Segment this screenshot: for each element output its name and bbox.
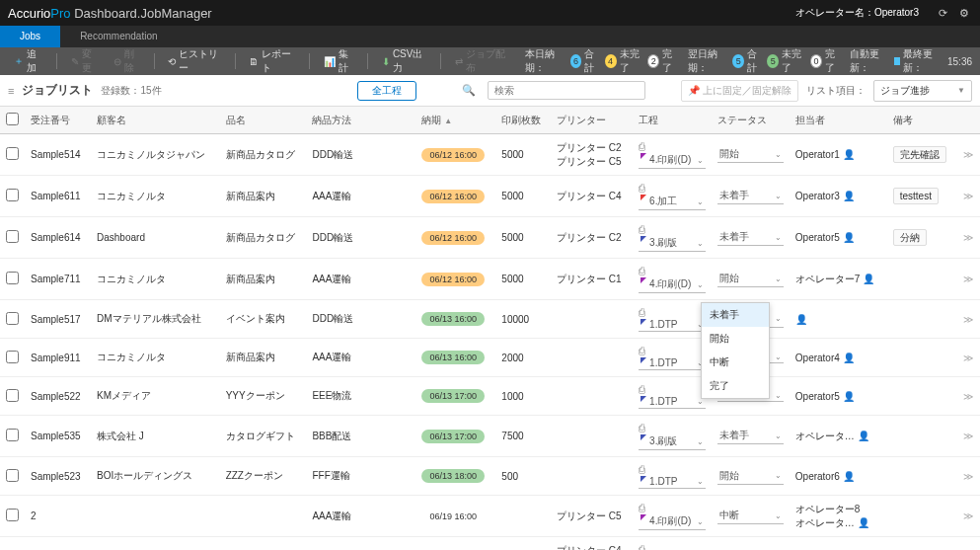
col-delivery[interactable]: 納品方法: [306, 107, 415, 134]
row-checkbox[interactable]: [6, 230, 19, 243]
cell-status[interactable]: 未着手⌄: [712, 176, 790, 217]
row-more[interactable]: ≫: [956, 377, 980, 416]
row-more[interactable]: ≫: [956, 537, 980, 551]
status-option[interactable]: 開始: [702, 327, 769, 351]
cell-assignee[interactable]: Operator3 👤: [790, 176, 887, 217]
status-option[interactable]: 中断: [702, 351, 769, 374]
table-row[interactable]: Sample614 Dashboard 新商品カタログ DDD輸送 06/12 …: [0, 217, 980, 259]
cell-note[interactable]: 分納: [887, 217, 957, 259]
cell-note[interactable]: [887, 537, 957, 551]
cell-status[interactable]: 中断⌄: [712, 496, 790, 537]
cell-status[interactable]: 未着手⌄: [712, 537, 790, 551]
cell-status[interactable]: 未着手⌄: [712, 416, 790, 457]
cell-note[interactable]: [887, 457, 957, 496]
row-more[interactable]: ≫: [956, 416, 980, 457]
row-more[interactable]: ≫: [956, 259, 980, 300]
csv-button[interactable]: ⬇CSV出力: [376, 47, 432, 75]
table-row[interactable]: 1 AAA運輸 06/20 16:00 プリンター C4プリンター C5 ⎙6.…: [0, 537, 980, 551]
cell-assignee[interactable]: 👤: [790, 300, 887, 339]
add-button[interactable]: ＋追加: [8, 47, 48, 75]
col-customer[interactable]: 顧客名: [91, 107, 220, 134]
row-checkbox[interactable]: [6, 189, 19, 201]
row-checkbox[interactable]: [6, 389, 19, 402]
cell-status[interactable]: 開始⌄: [712, 134, 790, 176]
col-assignee[interactable]: 担当者: [790, 107, 887, 134]
cell-note[interactable]: 完先確認: [887, 134, 957, 176]
col-status[interactable]: ステータス: [712, 107, 790, 134]
cell-assignee[interactable]: Operator6 👤: [790, 457, 887, 496]
cell-assignee[interactable]: オペレーター7 👤: [790, 259, 887, 300]
row-more[interactable]: ≫: [956, 134, 980, 176]
cell-status[interactable]: 開始⌄: [712, 259, 790, 300]
report-button[interactable]: 🗎レポート: [243, 47, 300, 75]
cell-assignee[interactable]: Operator5 👤: [790, 217, 887, 259]
cell-assignee[interactable]: Operator5 👤: [790, 377, 887, 416]
tab-jobs[interactable]: Jobs: [0, 26, 60, 47]
col-printer[interactable]: プリンター: [551, 107, 633, 134]
row-checkbox[interactable]: [6, 351, 19, 363]
col-note[interactable]: 備考: [887, 107, 957, 134]
row-more[interactable]: ≫: [956, 457, 980, 496]
listitem-select[interactable]: ジョブ進捗▼: [873, 80, 972, 102]
cell-status[interactable]: 開始⌄: [712, 457, 790, 496]
cell-assignee[interactable]: Operator1 👤: [790, 134, 887, 176]
cell-process[interactable]: ⎙1.DTP⌄: [633, 339, 711, 377]
cell-process[interactable]: ⎙6.加工⌄: [633, 176, 711, 217]
cell-status[interactable]: 未着手⌄: [712, 217, 790, 259]
table-row[interactable]: 2 AAA運輸 06/19 16:00 プリンター C5 ⎙4.印刷(D)⌄ 中…: [0, 496, 980, 537]
row-more[interactable]: ≫: [956, 496, 980, 537]
row-checkbox[interactable]: [6, 429, 19, 441]
col-copies[interactable]: 印刷枚数: [495, 107, 551, 134]
aggregate-button[interactable]: 📊集計: [318, 47, 359, 75]
cell-assignee[interactable]: 👤: [790, 537, 887, 551]
row-checkbox[interactable]: [6, 509, 19, 521]
cell-note[interactable]: testtest: [887, 176, 957, 217]
history-button[interactable]: ⟲ヒストリー: [162, 47, 226, 75]
delete-button[interactable]: ⊖削除: [108, 47, 146, 75]
col-product[interactable]: 品名: [220, 107, 307, 134]
search-input[interactable]: [488, 81, 645, 100]
cell-process[interactable]: ⎙3.刷版⌄: [633, 416, 711, 457]
cell-assignee[interactable]: Operator4 👤: [790, 339, 887, 377]
table-row[interactable]: Sample535 株式会社 J カタログギフト BBB配送 06/13 17:…: [0, 416, 980, 457]
cell-note[interactable]: [887, 416, 957, 457]
cell-note[interactable]: [887, 496, 957, 537]
cell-process[interactable]: ⎙4.印刷(D)⌄: [633, 496, 711, 537]
select-all-checkbox[interactable]: [6, 113, 19, 125]
table-row[interactable]: Sample711 コニカミノルタ 新商品案内 AAA運輸 06/12 16:0…: [0, 259, 980, 300]
table-row[interactable]: Sample911 コニカミノルタ 新商品案内 AAA運輸 06/13 16:0…: [0, 339, 980, 377]
table-row[interactable]: Sample611 コニカミノルタ 新商品案内 AAA運輸 06/12 16:0…: [0, 176, 980, 217]
cell-process[interactable]: ⎙4.印刷(D)⌄: [633, 259, 711, 300]
cell-note[interactable]: [887, 377, 957, 416]
row-checkbox[interactable]: [6, 469, 19, 482]
distribute-button[interactable]: ⇄ジョブ配布: [449, 47, 513, 75]
all-process-button[interactable]: 全工程: [357, 81, 416, 101]
row-checkbox[interactable]: [6, 312, 19, 325]
row-more[interactable]: ≫: [956, 300, 980, 339]
row-more[interactable]: ≫: [956, 339, 980, 377]
status-option[interactable]: 未着手: [702, 303, 769, 327]
cell-note[interactable]: [887, 259, 957, 300]
status-option[interactable]: 完了: [702, 374, 769, 398]
col-order[interactable]: 受注番号: [25, 107, 91, 134]
row-more[interactable]: ≫: [956, 217, 980, 259]
table-row[interactable]: Sample522 KMメディア YYYクーポン EEE物流 06/13 17:…: [0, 377, 980, 416]
cell-process[interactable]: ⎙1.DTP⌄: [633, 377, 711, 416]
table-row[interactable]: Sample517 DMマテリアル株式会社 イベント案内 DDD輸送 06/13…: [0, 300, 980, 339]
status-dropdown[interactable]: 未着手開始中断完了: [701, 302, 770, 399]
table-row[interactable]: Sample523 BOIホールディングス ZZZクーポン FFF運輸 06/1…: [0, 457, 980, 496]
row-checkbox[interactable]: [6, 272, 19, 284]
row-checkbox[interactable]: [6, 147, 19, 160]
table-row[interactable]: Sample514 コニカミノルタジャパン 新商品カタログ DDD輸送 06/1…: [0, 134, 980, 176]
col-process[interactable]: 工程: [633, 107, 711, 134]
cell-process[interactable]: ⎙1.DTP⌄: [633, 457, 711, 496]
cell-note[interactable]: [887, 339, 957, 377]
row-more[interactable]: ≫: [956, 176, 980, 217]
settings-icon[interactable]: ⚙: [956, 5, 972, 21]
cell-process[interactable]: ⎙1.DTP⌄: [633, 300, 711, 339]
cell-process[interactable]: ⎙3.刷版⌄: [633, 217, 711, 259]
pin-button[interactable]: 📌 上に固定／固定解除: [681, 80, 798, 102]
tab-recommendation[interactable]: Recommendation: [60, 26, 177, 47]
sync-icon[interactable]: ⟳: [935, 5, 950, 21]
col-due[interactable]: 納期 ▲: [415, 107, 495, 134]
